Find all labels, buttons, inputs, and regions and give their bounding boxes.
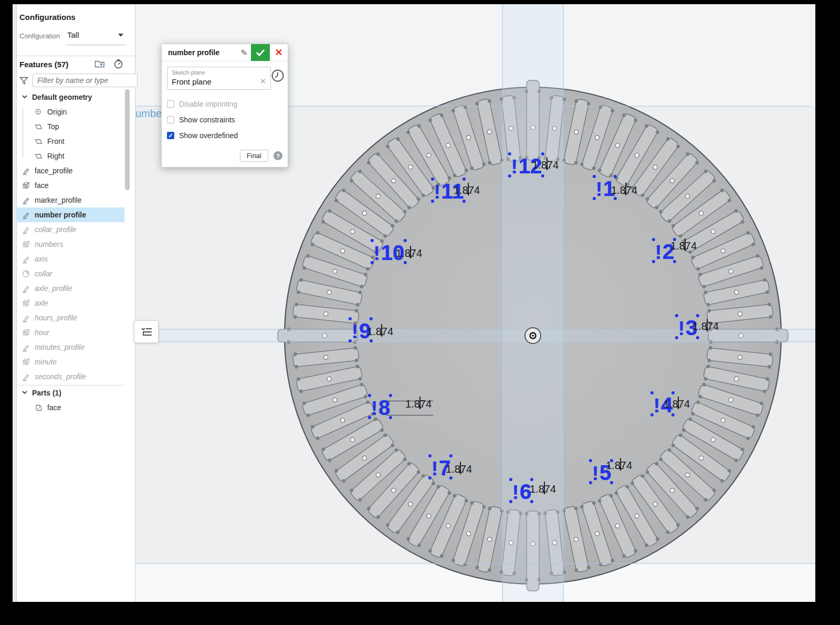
rollback-history-icon[interactable] (113, 59, 123, 70)
feature-group-parts-1-[interactable]: Parts (1) (16, 386, 124, 400)
checkbox-show-overdefined[interactable]: ✓Show overdefined (167, 128, 281, 143)
feature-item-face[interactable]: face (16, 178, 124, 193)
checkbox-label: Show overdefined (179, 131, 238, 140)
final-button[interactable]: Final (240, 150, 268, 162)
chevron-down-icon[interactable] (22, 389, 29, 397)
dimension-label-7[interactable]: 1.874 (446, 463, 472, 475)
feature-list: Default geometryOriginTopFrontRightface_… (16, 90, 124, 415)
feature-group-default-geometry[interactable]: Default geometry (16, 90, 124, 105)
revolve-icon (22, 269, 30, 278)
help-icon[interactable]: ? (274, 151, 282, 160)
rename-pencil-icon[interactable]: ✎ (237, 48, 251, 58)
feature-item-marker-profile[interactable]: marker_profile (16, 193, 124, 207)
configuration-dropdown[interactable]: Configuration Tall (19, 29, 130, 43)
feature-label: marker_profile (35, 196, 81, 204)
sketch-vertex-dot (650, 413, 654, 416)
overdefined-mark: ! (371, 398, 377, 419)
feature-item-minutes-profile[interactable]: minutes_profile (16, 340, 124, 355)
dimension-arrow (625, 183, 626, 194)
accept-button[interactable] (251, 44, 270, 61)
sketch-vertex-dot (368, 416, 371, 419)
overdefined-mark: ! (374, 243, 380, 264)
dimension-label-6[interactable]: 1.874 (530, 483, 556, 495)
feature-label: minute (35, 358, 57, 366)
clear-selection-icon[interactable]: ✕ (259, 77, 266, 86)
checkbox-show-constraints[interactable]: Show constraints (167, 112, 281, 128)
dimension-arrow (468, 183, 469, 194)
dimension-label-12[interactable]: 1.874 (532, 159, 559, 171)
feature-item-top[interactable]: Top (16, 119, 124, 134)
sketch-vertex-dot (675, 314, 678, 317)
dimension-label-11[interactable]: 1.874 (454, 184, 480, 196)
feature-item-hours-profile[interactable]: hours_profile (16, 310, 124, 325)
dimension-label-3[interactable]: 1.874 (692, 320, 719, 332)
checkbox-box[interactable] (167, 100, 174, 108)
feature-item-axle-profile[interactable]: axle_profile (16, 281, 124, 296)
feature-item-front[interactable]: Front (16, 134, 124, 149)
dimension-arrow (620, 458, 621, 470)
feature-label: face (47, 403, 61, 412)
dimension-label-1[interactable]: 1.874 (611, 184, 637, 196)
dimension-arrow (410, 246, 411, 257)
feature-item-face[interactable]: face (16, 400, 124, 415)
sketch-icon (22, 343, 30, 352)
sketch-icon (22, 196, 30, 205)
sketch-number-6[interactable]: !6 (512, 481, 531, 502)
feature-item-axle[interactable]: axle (16, 296, 124, 310)
sketch-vertex-dot (541, 152, 544, 155)
checkbox-box[interactable]: ✓ (167, 132, 174, 139)
dimension-label-9[interactable]: 1.874 (367, 326, 393, 338)
overdefined-mark: ! (596, 179, 602, 200)
dimension-label-5[interactable]: 1.874 (606, 460, 632, 472)
chevron-down-icon[interactable] (118, 34, 123, 39)
feature-item-right[interactable]: Right (16, 149, 124, 163)
chevron-down-icon[interactable] (22, 93, 29, 101)
extrude-icon (22, 240, 30, 249)
app-window: umbe !121.874!11.874!21.874!31.874!41.87… (0, 0, 840, 625)
part-icon (34, 403, 43, 412)
feature-item-minute[interactable]: minute (16, 355, 124, 369)
feature-list-scrollbar[interactable] (125, 89, 130, 190)
sketch-vertex-dot (349, 339, 352, 342)
feature-item-origin[interactable]: Origin (16, 105, 124, 119)
feature-label: Top (47, 122, 59, 131)
dimension-label-8[interactable]: 1.874 (405, 398, 432, 410)
sketch-vertex-dot (652, 260, 655, 263)
sketch-vertex-dot (428, 476, 432, 480)
checkbox-disable-imprinting[interactable]: Disable imprinting (167, 96, 281, 112)
feature-item-face-profile[interactable]: face_profile (16, 163, 124, 178)
cancel-button[interactable]: ✕ (270, 44, 288, 61)
feature-item-axis[interactable]: axis (16, 252, 124, 266)
dimension-label-4[interactable]: 1.874 (664, 398, 690, 410)
checkbox-box[interactable] (167, 116, 174, 123)
sketch-vertex-dot (589, 481, 592, 484)
feature-list-toggle-button[interactable] (134, 320, 159, 343)
sketch-icon (22, 211, 30, 220)
configuration-value[interactable]: Tall (67, 30, 79, 39)
sketch-icon (22, 372, 30, 381)
sketch-vertex-dot (349, 317, 352, 320)
sketch-icon (22, 314, 30, 322)
checkbox-label: Disable imprinting (179, 100, 237, 108)
sketch-vertex-dot (509, 478, 512, 481)
feature-item-seconds-profile[interactable]: seconds_profile (16, 369, 124, 384)
new-folder-icon[interactable] (94, 59, 105, 70)
feature-item-number-profile[interactable]: number profile (16, 207, 124, 222)
clock-icon[interactable] (271, 69, 285, 84)
feature-filter-input[interactable] (33, 74, 138, 87)
feature-label: numbers (35, 240, 63, 248)
sketch-vertex-dot (589, 459, 592, 462)
dimension-label-10[interactable]: 1.874 (396, 247, 422, 259)
feature-item-collar[interactable]: collar (16, 266, 124, 281)
dimension-label-2[interactable]: 1.874 (670, 240, 697, 252)
sketch-vertex-dot (403, 261, 406, 264)
feature-item-numbers[interactable]: numbers (16, 237, 124, 252)
sketch-vertex-dot (509, 500, 512, 503)
dimension-arrow (685, 238, 686, 250)
feature-item-collar-profile[interactable]: collar_profile (16, 222, 124, 237)
sketch-plane-field[interactable]: Sketch plane Front plane ✕ (167, 67, 271, 90)
feature-item-hour[interactable]: hour (16, 325, 124, 340)
sketch-vertex-dot (508, 152, 511, 155)
sketch-vertex-dot (593, 197, 596, 200)
dropdown-underline (66, 45, 127, 45)
